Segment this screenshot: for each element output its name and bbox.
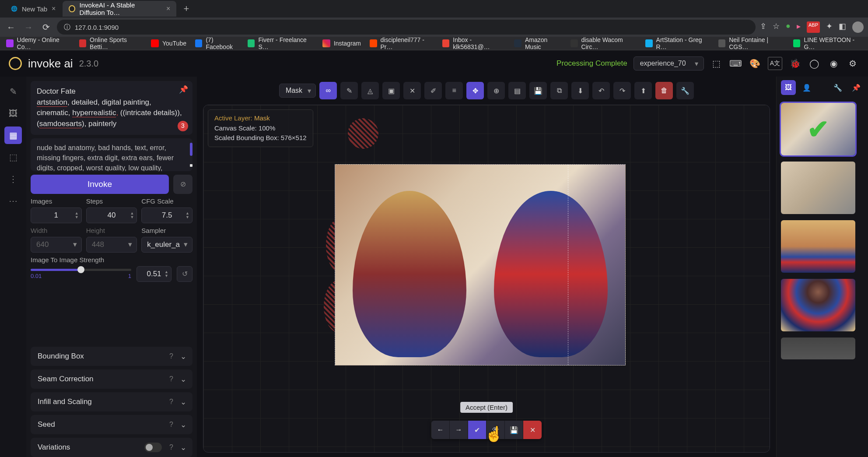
bookmark[interactable]: Inbox - klk56831@… <box>442 37 506 50</box>
back-button[interactable]: ← <box>4 21 18 34</box>
stepper-icon[interactable]: ▲▼ <box>164 270 168 278</box>
ext-icon[interactable]: ● <box>786 21 791 33</box>
fill-tool[interactable]: ▣ <box>382 82 400 99</box>
staging-next-button[interactable]: → <box>450 421 468 439</box>
close-icon[interactable]: × <box>166 5 170 13</box>
url-input[interactable]: ⓘ 127.0.0.1:9090 <box>57 20 756 35</box>
sampler-select[interactable]: k_euler_a <box>141 237 192 253</box>
keyboard-icon[interactable]: ⌨ <box>729 57 742 70</box>
bookmark[interactable]: Udemy - Online Co… <box>6 37 70 50</box>
i2i-strength-slider[interactable] <box>31 269 131 271</box>
bookmark[interactable]: LINE WEBTOON - G… <box>793 37 862 50</box>
variations-accordion[interactable]: Variations?⌄ <box>31 438 192 457</box>
bounding-box-accordion[interactable]: Bounding Box?⌄ <box>31 347 192 366</box>
stepper-icon[interactable]: ▲▼ <box>130 211 134 219</box>
ext-icon[interactable]: ABP <box>807 21 820 33</box>
gallery-thumbnail[interactable] <box>781 279 855 331</box>
scrollbar[interactable] <box>190 143 192 167</box>
unified-canvas-tab[interactable]: ▦ <box>4 127 22 144</box>
cancel-button[interactable]: ⊘ <box>173 175 192 194</box>
reset-button[interactable]: ↺ <box>177 266 192 282</box>
theme-icon[interactable]: 🎨 <box>749 57 762 70</box>
profile-icon[interactable] <box>852 21 864 33</box>
training-tab[interactable]: ⋯ <box>4 192 22 210</box>
bookmark[interactable]: Amazon Music <box>514 37 562 50</box>
nodes-tab[interactable]: ⬚ <box>4 148 22 166</box>
i2i-strength-input[interactable]: 0.51▲▼ <box>136 266 172 282</box>
variations-toggle[interactable] <box>144 443 162 452</box>
brush-options-button[interactable]: ≡ <box>445 82 463 99</box>
site-info-icon[interactable]: ⓘ <box>64 23 70 32</box>
bookmark[interactable]: discipleneil777 - Pr… <box>370 37 434 50</box>
color-picker-tool[interactable]: ✐ <box>424 82 442 99</box>
generated-image[interactable] <box>335 164 626 366</box>
steps-input[interactable]: 40▲▼ <box>86 207 137 223</box>
browser-tab[interactable]: 🌐 New Tab × <box>4 1 62 17</box>
share-icon[interactable]: ⇪ <box>760 21 766 33</box>
images-input[interactable]: 1▲▼ <box>31 207 82 223</box>
info-icon[interactable]: ? <box>169 443 173 451</box>
info-icon[interactable]: ? <box>169 421 173 429</box>
forward-button[interactable]: → <box>22 21 35 34</box>
bookmark[interactable]: Online Sports Betti… <box>79 37 142 50</box>
gallery-thumbnail[interactable]: ✔ <box>781 103 855 155</box>
save-to-gallery-button[interactable]: 💾 <box>529 82 547 99</box>
seam-correction-accordion[interactable]: Seam Correction?⌄ <box>31 369 192 389</box>
gallery-pin-icon[interactable]: 📌 <box>849 80 864 95</box>
clear-mask-button[interactable]: ✕ <box>403 82 421 99</box>
canvas-viewport[interactable]: Active Layer: Mask Canvas Scale: 100% Sc… <box>203 105 770 453</box>
sidepanel-icon[interactable]: ◧ <box>839 21 846 33</box>
infill-scaling-accordion[interactable]: Infill and Scaling?⌄ <box>31 392 192 411</box>
bookmark[interactable]: Fiverr - Freelance S… <box>248 37 314 50</box>
postprocess-tab[interactable]: ⋮ <box>4 170 22 188</box>
bookmark[interactable]: YouTube <box>151 39 186 47</box>
invoke-button[interactable]: Invoke <box>31 175 169 194</box>
reset-view-button[interactable]: ⊕ <box>487 82 505 99</box>
info-icon[interactable]: ? <box>169 352 173 360</box>
download-button[interactable]: ⬇ <box>571 82 589 99</box>
stepper-icon[interactable]: ▲▼ <box>75 211 79 219</box>
seed-accordion[interactable]: Seed?⌄ <box>31 415 192 434</box>
width-select[interactable]: 640 <box>31 237 82 253</box>
extensions-icon[interactable]: ✦ <box>826 21 833 33</box>
bookmark-icon[interactable]: ☆ <box>773 21 780 33</box>
undo-button[interactable]: ↶ <box>592 82 610 99</box>
bookmark[interactable]: disable Wacom Circ… <box>570 37 637 50</box>
github-icon[interactable]: ◯ <box>808 57 821 70</box>
new-tab-button[interactable]: + <box>177 3 195 14</box>
canvas-settings-button[interactable]: 🔧 <box>676 82 694 99</box>
gallery-thumbnail[interactable] <box>781 220 855 273</box>
redo-button[interactable]: ↷ <box>613 82 631 99</box>
staging-accept-button[interactable]: ✔ <box>468 421 486 439</box>
height-select[interactable]: 448 <box>86 237 137 253</box>
mask-options-button[interactable]: ∞ <box>319 82 337 99</box>
browser-tab[interactable]: InvokeAI - A Stable Diffusion To… × <box>63 1 176 17</box>
stepper-icon[interactable]: ▲▼ <box>186 211 189 219</box>
bookmark[interactable]: Neil Fontaine | CGS… <box>718 37 784 50</box>
positive-prompt-input[interactable]: 📌 Doctor Fate artstation, detailed, digi… <box>31 81 192 135</box>
txt2img-tab[interactable]: ✎ <box>4 83 22 100</box>
discord-icon[interactable]: ◉ <box>827 57 840 70</box>
bookmark[interactable]: ArtStation - Greg R… <box>645 37 710 50</box>
staging-toggle-button[interactable]: 👁 <box>486 421 505 439</box>
staging-prev-button[interactable]: ← <box>431 421 450 439</box>
info-icon[interactable]: ? <box>169 398 173 406</box>
merge-visible-button[interactable]: ▤ <box>508 82 526 99</box>
negative-prompt-input[interactable]: nude bad anatomy, bad hands, text, error… <box>31 138 192 171</box>
reload-button[interactable]: ⟳ <box>39 21 52 34</box>
model-select[interactable]: experience_70 <box>634 56 704 70</box>
gallery-thumbnail[interactable] <box>781 162 855 214</box>
upload-button[interactable]: ⬆ <box>634 82 652 99</box>
bookmark[interactable]: (7) Facebook <box>195 37 239 50</box>
close-icon[interactable]: × <box>52 5 56 13</box>
bookmark[interactable]: Instagram <box>322 39 361 47</box>
info-icon[interactable]: ? <box>169 375 173 383</box>
eraser-tool[interactable]: ◬ <box>361 82 379 99</box>
ext-icon[interactable]: ▸ <box>797 21 801 33</box>
settings-icon[interactable]: ⚙ <box>846 57 859 70</box>
pin-icon[interactable]: 📌 <box>179 84 188 95</box>
staging-discard-button[interactable]: ✕ <box>523 421 542 439</box>
gallery-images-tab[interactable]: 🖼 <box>781 80 796 95</box>
move-tool[interactable]: ✥ <box>466 82 484 99</box>
layer-select[interactable]: Mask <box>279 84 316 98</box>
